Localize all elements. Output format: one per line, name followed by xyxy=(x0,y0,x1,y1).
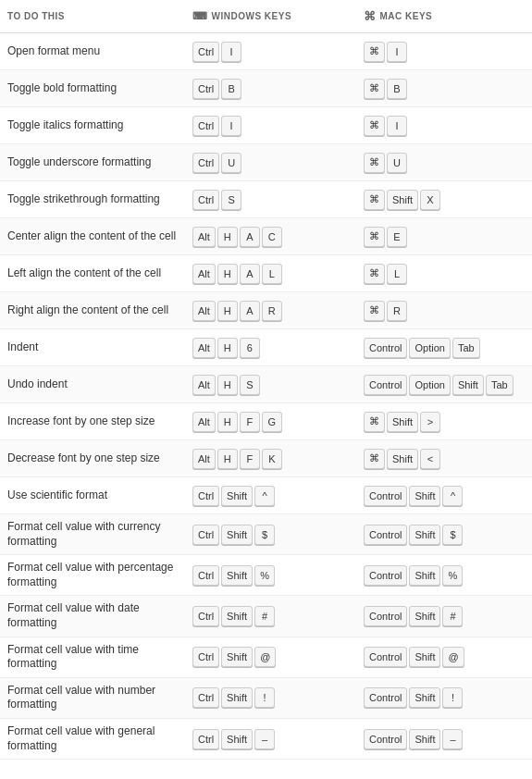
mac-keys-cell: ⌘U xyxy=(356,149,532,177)
action-label: Right align the content of the cell xyxy=(0,298,185,324)
key-badge: Shift xyxy=(452,375,484,395)
mac-keys-cell: ControlOptionShiftTab xyxy=(356,371,532,399)
key-badge: Shift xyxy=(221,525,253,545)
key-badge: Shift xyxy=(409,729,440,749)
key-badge: Shift xyxy=(409,486,440,506)
action-label: Left align the content of the cell xyxy=(0,261,185,287)
key-badge: H xyxy=(217,264,238,284)
key-badge: ⌘ xyxy=(364,116,385,136)
key-badge: Ctrl xyxy=(192,565,219,586)
table-row: Decrease font by one step sizeAltHFK⌘Shi… xyxy=(0,440,532,477)
key-badge: B xyxy=(387,79,407,99)
key-badge: K xyxy=(262,449,282,469)
table-row: Increase font by one step sizeAltHFG⌘Shi… xyxy=(0,403,532,440)
mac-keys-cell: ⌘I xyxy=(356,112,532,140)
action-label: Format cell value with currency formatti… xyxy=(0,514,185,554)
windows-keys-cell: AltHFG xyxy=(185,408,356,436)
key-badge: ⌘ xyxy=(364,153,385,173)
key-badge: Shift xyxy=(387,190,418,210)
key-badge: Ctrl xyxy=(192,79,219,99)
key-badge: ⌘ xyxy=(364,301,385,321)
table-row: Format cell value with time formattingCt… xyxy=(0,637,532,678)
key-badge: Control xyxy=(364,525,407,545)
mac-keys-cell: ⌘B xyxy=(356,75,532,103)
action-label: Decrease font by one step size xyxy=(0,446,185,472)
mac-keys-cell: ⌘Shift< xyxy=(356,445,532,473)
key-badge: Tab xyxy=(486,375,513,395)
key-badge: S xyxy=(221,190,241,210)
windows-keys-cell: AltHAC xyxy=(185,223,356,251)
key-badge: $ xyxy=(442,525,463,545)
mac-keys-cell: ControlShift# xyxy=(356,602,532,630)
header-windows: ⌨ WINDOWS KEYS xyxy=(185,6,356,27)
action-label: Format cell value with date formatting xyxy=(0,596,185,636)
key-badge: L xyxy=(262,264,282,284)
key-badge: Alt xyxy=(192,375,216,395)
header-mac-label: MAC KEYS xyxy=(380,11,433,21)
header-windows-label: WINDOWS KEYS xyxy=(212,11,292,21)
key-badge: # xyxy=(442,606,463,626)
key-badge: ⌘ xyxy=(364,227,385,247)
key-badge: Control xyxy=(364,687,407,708)
key-badge: ! xyxy=(254,687,275,708)
key-badge: Control xyxy=(364,729,407,749)
table-row: IndentAltH6ControlOptionTab xyxy=(0,329,532,366)
key-badge: Alt xyxy=(192,227,216,247)
table-row: Undo indentAltHSControlOptionShiftTab xyxy=(0,366,532,403)
key-badge: 6 xyxy=(240,338,260,358)
key-badge: Control xyxy=(364,486,407,506)
key-badge: Control xyxy=(364,338,407,358)
key-badge: $ xyxy=(254,525,275,545)
mac-keys-cell: ⌘E xyxy=(356,223,532,251)
key-badge: I xyxy=(221,42,241,62)
key-badge: ⌘ xyxy=(364,412,385,432)
key-badge: # xyxy=(254,606,275,626)
action-label: Format cell value with time formatting xyxy=(0,637,185,677)
key-badge: Ctrl xyxy=(192,42,219,62)
key-badge: Ctrl xyxy=(192,190,219,210)
key-badge: Alt xyxy=(192,412,216,432)
key-badge: ⌘ xyxy=(364,190,385,210)
action-label: Toggle italics formatting xyxy=(0,113,185,139)
windows-keys-cell: CtrlShift^ xyxy=(185,482,356,510)
key-badge: ⌘ xyxy=(364,264,385,284)
action-label: Use scientific format xyxy=(0,483,185,509)
key-badge: H xyxy=(217,227,238,247)
key-badge: ⌘ xyxy=(364,42,385,62)
key-badge: A xyxy=(240,264,260,284)
action-label: Indent xyxy=(0,335,185,361)
key-badge: Shift xyxy=(221,729,253,749)
windows-keys-cell: CtrlShift# xyxy=(185,602,356,630)
key-badge: Ctrl xyxy=(192,687,219,708)
key-badge: Tab xyxy=(452,338,480,358)
key-badge: @ xyxy=(254,647,276,667)
table-row: Format cell value with general formattin… xyxy=(0,719,532,760)
key-badge: ! xyxy=(442,687,463,708)
key-badge: Ctrl xyxy=(192,486,219,506)
windows-keys-cell: CtrlI xyxy=(185,112,356,140)
key-badge: A xyxy=(240,301,260,321)
key-badge: % xyxy=(254,565,275,586)
windows-keys-cell: AltH6 xyxy=(185,334,356,362)
key-badge: Control xyxy=(364,375,407,395)
mac-keys-cell: ⌘R xyxy=(356,297,532,325)
mac-keys-cell: ControlOptionTab xyxy=(356,334,532,362)
key-badge: A xyxy=(240,227,260,247)
table-row: Format cell value with number formatting… xyxy=(0,678,532,719)
mac-keys-cell: ControlShift^ xyxy=(356,482,532,510)
key-badge: Control xyxy=(364,606,407,626)
windows-keys-cell: AltHAL xyxy=(185,260,356,288)
header-action-label: TO DO THIS xyxy=(7,11,65,21)
windows-keys-cell: CtrlS xyxy=(185,186,356,214)
rows-container: Open format menuCtrlI⌘IToggle bold forma… xyxy=(0,33,532,760)
mac-keys-cell: ControlShift$ xyxy=(356,521,532,549)
windows-keys-cell: AltHAR xyxy=(185,297,356,325)
key-badge: R xyxy=(262,301,282,321)
table-row: Toggle italics formattingCtrlI⌘I xyxy=(0,107,532,144)
key-badge: G xyxy=(262,412,282,432)
key-badge: H xyxy=(217,301,238,321)
table-row: Use scientific formatCtrlShift^ControlSh… xyxy=(0,477,532,514)
key-badge: H xyxy=(217,338,238,358)
action-label: Undo indent xyxy=(0,372,185,398)
key-badge: Shift xyxy=(221,687,253,708)
